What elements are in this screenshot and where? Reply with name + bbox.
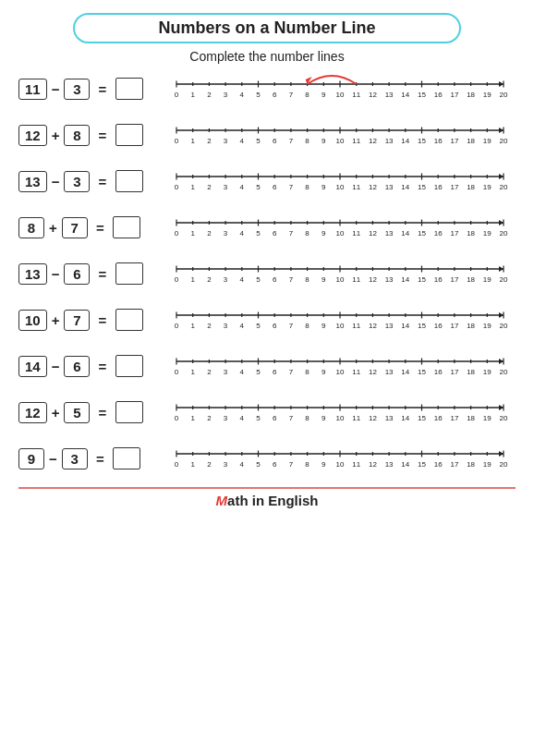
svg-text:15: 15 [418, 91, 426, 99]
equals-6: = [92, 312, 112, 328]
svg-text:1: 1 [190, 229, 195, 238]
num2-8: 5 [64, 402, 90, 423]
svg-text:6: 6 [273, 183, 277, 191]
footer-rest: ath in English [227, 493, 318, 508]
svg-text:15: 15 [418, 275, 426, 284]
svg-text:11: 11 [352, 183, 360, 191]
svg-text:13: 13 [385, 322, 394, 330]
svg-text:3: 3 [224, 368, 228, 376]
svg-text:0: 0 [175, 137, 179, 145]
problem-row-3: 13 − 3 = 0123456789101112131415161718192… [18, 164, 516, 199]
answer-box-9[interactable] [113, 447, 140, 469]
problem-row-5: 13 − 6 = 0123456789101112131415161718192… [18, 256, 516, 291]
equals-4: = [91, 220, 110, 236]
problem-row-4: 8 + 7 = 01234567891011121314151617181920 [18, 210, 516, 245]
answer-box-1[interactable] [115, 78, 143, 100]
answer-box-2[interactable] [115, 124, 143, 146]
svg-text:16: 16 [434, 368, 443, 376]
svg-text:11: 11 [352, 229, 360, 238]
svg-text:10: 10 [336, 229, 345, 238]
number-line-3: 01234567891011121314151617181920 [169, 164, 516, 199]
op-2: + [50, 128, 62, 143]
svg-text:20: 20 [500, 275, 508, 284]
equation-1: 11 − 3 = [18, 78, 162, 100]
equation-8: 12 + 5 = [18, 401, 162, 423]
svg-text:20: 20 [500, 91, 508, 99]
svg-text:14: 14 [401, 460, 409, 469]
svg-text:8: 8 [305, 460, 309, 469]
svg-text:7: 7 [289, 229, 294, 238]
svg-text:1: 1 [190, 137, 195, 145]
svg-text:1: 1 [190, 414, 195, 422]
svg-text:5: 5 [256, 137, 261, 145]
equals-1: = [92, 81, 112, 97]
svg-text:10: 10 [336, 91, 345, 99]
svg-text:14: 14 [401, 229, 409, 238]
svg-text:8: 8 [305, 91, 309, 99]
svg-text:17: 17 [450, 275, 458, 284]
svg-text:13: 13 [385, 460, 394, 469]
answer-box-6[interactable] [115, 309, 143, 331]
num2-2: 8 [64, 125, 90, 146]
svg-text:10: 10 [336, 183, 345, 191]
svg-text:2: 2 [207, 91, 212, 99]
svg-text:0: 0 [175, 322, 179, 330]
svg-text:6: 6 [273, 137, 277, 145]
svg-text:1: 1 [190, 183, 195, 191]
svg-text:20: 20 [500, 183, 508, 191]
svg-text:6: 6 [273, 91, 277, 99]
op-6: + [50, 312, 62, 328]
svg-text:18: 18 [467, 322, 475, 330]
equation-4: 8 + 7 = [18, 216, 162, 238]
problems-container: 11 − 3 = 0123456789101112131415161718192… [18, 71, 516, 476]
svg-text:12: 12 [369, 368, 377, 376]
svg-text:15: 15 [418, 137, 426, 145]
svg-text:17: 17 [450, 322, 458, 330]
svg-text:0: 0 [175, 368, 179, 376]
svg-text:14: 14 [401, 368, 409, 376]
num2-9: 3 [62, 448, 88, 469]
svg-text:13: 13 [385, 414, 394, 422]
svg-text:12: 12 [369, 275, 377, 284]
svg-text:2: 2 [207, 460, 212, 469]
answer-box-4[interactable] [113, 216, 140, 238]
svg-text:16: 16 [434, 229, 443, 238]
svg-text:15: 15 [418, 460, 426, 469]
svg-text:3: 3 [224, 322, 228, 330]
svg-marker-308 [499, 359, 504, 364]
number-line-1: 01234567891011121314151617181920 [169, 71, 516, 106]
svg-text:0: 0 [175, 414, 179, 422]
svg-text:14: 14 [401, 91, 409, 99]
svg-text:10: 10 [336, 322, 345, 330]
svg-text:3: 3 [224, 137, 228, 145]
svg-text:15: 15 [418, 322, 426, 330]
svg-text:10: 10 [336, 414, 345, 422]
svg-text:12: 12 [369, 137, 377, 145]
svg-text:18: 18 [467, 368, 475, 376]
svg-text:19: 19 [483, 414, 492, 422]
problem-row-1: 11 − 3 = 0123456789101112131415161718192… [18, 71, 516, 106]
answer-box-7[interactable] [115, 355, 143, 377]
svg-text:17: 17 [450, 229, 458, 238]
svg-text:15: 15 [418, 183, 426, 191]
svg-text:5: 5 [256, 183, 261, 191]
svg-text:8: 8 [305, 275, 309, 284]
answer-box-5[interactable] [115, 262, 143, 285]
svg-text:10: 10 [336, 275, 345, 284]
svg-text:20: 20 [500, 137, 508, 145]
svg-text:20: 20 [500, 368, 508, 376]
footer-m: M [216, 493, 228, 508]
svg-text:9: 9 [322, 275, 326, 284]
answer-box-3[interactable] [115, 170, 143, 192]
svg-text:10: 10 [336, 137, 345, 145]
svg-text:4: 4 [240, 368, 245, 376]
svg-text:14: 14 [401, 275, 409, 284]
svg-text:9: 9 [322, 414, 326, 422]
svg-text:7: 7 [289, 91, 294, 99]
svg-text:17: 17 [450, 183, 458, 191]
num2-4: 7 [62, 217, 88, 238]
problem-row-2: 12 + 8 = 0123456789101112131415161718192… [18, 117, 516, 152]
answer-box-8[interactable] [115, 401, 143, 423]
footer: Math in English [18, 487, 516, 508]
equals-9: = [91, 451, 110, 467]
